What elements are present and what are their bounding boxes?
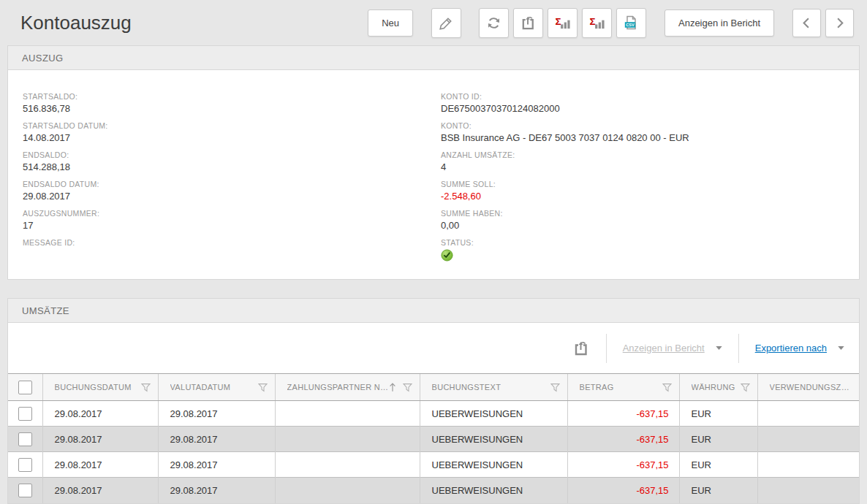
endsaldo-datum-value: 29.08.2017 (23, 191, 441, 202)
sort-ascending-icon[interactable] (389, 382, 396, 392)
page-header: Kontoauszug Neu Anzeigen in Bericht (0, 0, 867, 45)
chevron-right-icon (831, 15, 848, 31)
open-in-window-button[interactable] (513, 8, 543, 38)
summe-soll-field: SUMME SOLL: -2.548,60 (441, 180, 859, 202)
prev-button[interactable] (792, 9, 821, 37)
open-window-icon (520, 15, 537, 31)
auszug-panel: AUSZUG STARTSALDO: 516.836,78 STARTSALDO… (7, 45, 860, 280)
column-header-valutadatum[interactable]: VALUTADATUM (158, 374, 275, 401)
cell-betrag: -637,15 (567, 401, 679, 427)
open-window-icon (572, 340, 590, 357)
konto-value: BSB Insurance AG - DE67 5003 7037 0124 0… (441, 132, 859, 144)
column-label: BUCHUNGSTEXT (432, 383, 501, 392)
pencil-icon (438, 15, 455, 31)
edit-button[interactable] (431, 8, 461, 38)
cell-verwendungszweck (757, 427, 859, 452)
cell-buchungsdatum: 29.08.2017 (42, 427, 158, 452)
filter-icon[interactable] (662, 383, 672, 392)
row-checkbox[interactable] (18, 432, 32, 446)
filter-icon[interactable] (741, 383, 750, 392)
filter-icon[interactable] (141, 383, 151, 392)
anzeigen-in-bericht-button[interactable]: Anzeigen in Bericht (665, 9, 774, 37)
column-label: WÄHRUNG (692, 383, 735, 392)
column-header-zahlungspartner-name[interactable]: ZAHLUNGSPARTNER NAME (275, 374, 420, 401)
select-all-checkbox[interactable] (18, 381, 32, 394)
cell-verwendungszweck (757, 478, 859, 503)
row-checkbox[interactable] (18, 458, 32, 472)
auszug-panel-header: AUSZUG (8, 46, 859, 70)
column-label: ZAHLUNGSPARTNER NAME (287, 383, 389, 392)
cell-betrag: -637,15 (567, 478, 679, 503)
row-select-cell (8, 478, 42, 503)
auszugsnummer-field: AUSZUGSNUMMER: 17 (23, 209, 441, 232)
column-header-betrag[interactable]: BETRAG (567, 374, 679, 401)
anzahl-umsaetze-field: ANZAHL UMSÄTZE: 4 (441, 150, 859, 173)
cell-waehrung: EUR (679, 401, 757, 427)
csv-export-button[interactable] (616, 8, 646, 38)
auszugsnummer-label: AUSZUGSNUMMER: (23, 209, 441, 218)
auszugsnummer-value: 17 (23, 220, 441, 232)
row-checkbox[interactable] (18, 484, 32, 497)
cell-zahlungspartner-name (275, 452, 420, 478)
column-header-verwendungszweck[interactable]: VERWENDUNGSZWECK (757, 374, 859, 401)
status-label: STATUS: (441, 238, 859, 247)
filter-icon[interactable] (550, 383, 560, 392)
konto-field: KONTO: BSB Insurance AG - DE67 5003 7037… (441, 121, 859, 144)
cell-valutadatum: 29.08.2017 (158, 478, 275, 503)
chevron-down-icon[interactable] (838, 346, 844, 350)
row-checkbox[interactable] (18, 407, 32, 421)
next-button[interactable] (825, 9, 854, 37)
transaction-row[interactable]: 29.08.2017 29.08.2017 UEBERWEISUNGEN -63… (8, 452, 859, 478)
transaction-row[interactable]: 29.08.2017 29.08.2017 UEBERWEISUNGEN -63… (8, 401, 859, 427)
startsaldo-label: STARTSALDO: (23, 92, 441, 101)
neu-button[interactable]: Neu (368, 9, 413, 37)
kontoauszug-page: Kontoauszug Neu Anzeigen in Bericht (0, 0, 867, 504)
transaction-row[interactable]: 29.08.2017 29.08.2017 UEBERWEISUNGEN -63… (8, 478, 859, 503)
exportieren-nach-link[interactable]: Exportieren nach (755, 343, 827, 354)
summe-soll-label: SUMME SOLL: (441, 180, 859, 188)
cell-buchungstext: UEBERWEISUNGEN (420, 452, 567, 478)
header-toolbar: Neu Anzeigen in Bericht (368, 8, 854, 38)
filter-icon[interactable] (258, 383, 268, 392)
cell-zahlungspartner-name (275, 478, 420, 503)
cell-waehrung: EUR (679, 427, 757, 452)
transaction-row[interactable]: 29.08.2017 29.08.2017 UEBERWEISUNGEN -63… (8, 427, 859, 452)
sum-report-alt-button[interactable] (582, 8, 612, 38)
cell-buchungstext: UEBERWEISUNGEN (420, 478, 567, 503)
grid-open-in-window-button[interactable] (572, 340, 590, 357)
umsaetze-panel-header: UMSÄTZE (8, 299, 859, 323)
anzeigen-in-bericht-link[interactable]: Anzeigen in Bericht (623, 343, 705, 354)
page-title: Kontoauszug (20, 12, 132, 34)
cell-valutadatum: 29.08.2017 (158, 427, 275, 452)
konto-id-field: KONTO ID: DE67500370370124082000 (441, 92, 859, 115)
umsaetze-panel-title: UMSÄTZE (22, 305, 69, 316)
cell-waehrung: EUR (679, 452, 757, 478)
anzahl-umsaetze-value: 4 (441, 161, 859, 173)
row-select-cell (8, 427, 42, 452)
refresh-button[interactable] (479, 8, 509, 38)
column-header-buchungsdatum[interactable]: BUCHUNGSDATUM (42, 374, 158, 401)
sum-report-button[interactable] (548, 8, 578, 38)
column-label: VERWENDUNGSZWECK (770, 383, 852, 392)
cell-verwendungszweck (757, 452, 859, 478)
cell-buchungstext: UEBERWEISUNGEN (420, 427, 567, 452)
startsaldo-datum-value: 14.08.2017 (23, 132, 441, 144)
summe-haben-label: SUMME HABEN: (441, 209, 859, 218)
endsaldo-field: ENDSALDO: 514.288,18 (23, 150, 441, 173)
filter-icon[interactable] (403, 383, 412, 392)
startsaldo-datum-label: STARTSALDO DATUM: (23, 121, 441, 130)
cell-verwendungszweck (757, 401, 859, 427)
konto-label: KONTO: (441, 121, 859, 130)
csv-file-icon (622, 14, 640, 31)
konto-id-label: KONTO ID: (441, 92, 859, 101)
cell-betrag: -637,15 (567, 427, 679, 452)
column-header-buchungstext[interactable]: BUCHUNGSTEXT (420, 374, 567, 401)
cell-valutadatum: 29.08.2017 (158, 452, 275, 478)
auszug-panel-body: STARTSALDO: 516.836,78 STARTSALDO DATUM:… (8, 70, 859, 279)
chevron-left-icon (798, 15, 815, 31)
umsaetze-toolbar: Anzeigen in Bericht Exportieren nach (8, 323, 859, 373)
column-label: VALUTADATUM (170, 383, 231, 392)
cell-zahlungspartner-name (275, 401, 420, 427)
chevron-down-icon[interactable] (716, 346, 722, 350)
column-header-waehrung[interactable]: WÄHRUNG (679, 374, 757, 401)
